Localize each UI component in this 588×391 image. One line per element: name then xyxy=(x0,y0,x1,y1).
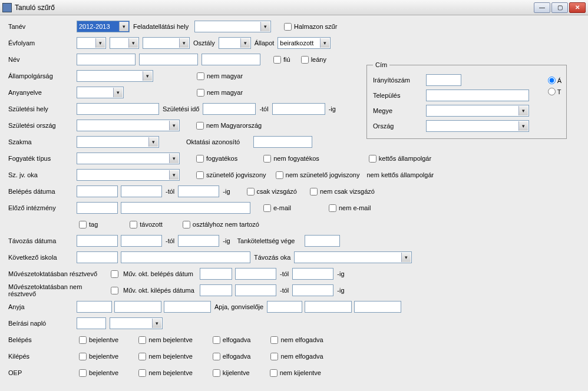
input-oktazon[interactable] xyxy=(253,136,312,148)
chevron-down-icon[interactable] xyxy=(179,38,189,48)
chevron-down-icon[interactable] xyxy=(128,38,138,48)
input-anyja-2[interactable] xyxy=(114,301,161,313)
input-nev-2[interactable] xyxy=(139,54,198,65)
input-muv-kilep-2[interactable] xyxy=(235,284,276,296)
input-tankot[interactable] xyxy=(305,235,340,247)
checkbox-belepes-elf[interactable]: elfogadva xyxy=(210,336,251,344)
input-muv-kilep-3[interactable] xyxy=(292,284,333,296)
input-belepes-2[interactable] xyxy=(121,185,162,197)
select-allampolg[interactable] xyxy=(77,70,153,82)
input-apja-3[interactable] xyxy=(354,301,401,313)
chevron-down-icon[interactable] xyxy=(169,170,179,180)
input-iranyitoszam[interactable] xyxy=(426,74,461,86)
select-feladat[interactable] xyxy=(194,21,271,32)
select-orszag[interactable] xyxy=(426,120,529,132)
input-muv-belep-2[interactable] xyxy=(235,268,276,280)
input-muv-kilep-1[interactable] xyxy=(200,284,232,296)
checkbox-belepes-nembej[interactable]: nem bejelentve xyxy=(136,336,193,344)
select-beirasi[interactable] xyxy=(110,317,163,329)
select-szakma[interactable] xyxy=(77,136,159,148)
chevron-down-icon[interactable] xyxy=(113,88,123,97)
checkbox-fiu[interactable]: fiú xyxy=(271,56,290,64)
chevron-down-icon[interactable] xyxy=(148,137,158,147)
input-tavozas-2[interactable] xyxy=(121,235,162,247)
checkbox-kilepes-elf[interactable]: elfogadva xyxy=(210,353,251,360)
select-megye[interactable] xyxy=(426,105,529,117)
chevron-down-icon[interactable] xyxy=(260,22,270,31)
input-elozo-2[interactable] xyxy=(121,202,250,214)
checkbox-oep-nemkij[interactable]: nem kijelentve xyxy=(267,369,321,377)
checkbox-muv-reszt[interactable] xyxy=(111,270,118,278)
checkbox-nem-fogyatekos[interactable]: nem fogyatékos xyxy=(261,155,319,163)
checkbox-csak-vizsg[interactable]: csak vizsgázó xyxy=(245,188,297,196)
checkbox-nem-magyar-1[interactable]: nem magyar xyxy=(194,72,243,80)
input-anyja-3[interactable] xyxy=(164,301,211,313)
checkbox-nem-csak-vizsg[interactable]: nem csak vizsgázó xyxy=(308,188,375,196)
input-telepules[interactable] xyxy=(426,90,529,101)
checkbox-email[interactable]: e-mail xyxy=(261,204,291,212)
select-fogytipus[interactable] xyxy=(77,153,180,164)
chevron-down-icon[interactable] xyxy=(169,121,179,130)
checkbox-nem-magyar-2[interactable]: nem magyar xyxy=(194,89,243,97)
checkbox-szunetelo[interactable]: szünetelő jogviszony xyxy=(194,171,266,179)
checkbox-nem-email[interactable]: nem e-mail xyxy=(326,204,371,212)
input-apja-1[interactable] xyxy=(267,301,302,313)
select-tavozas-oka[interactable] xyxy=(294,251,412,263)
select-szjvoka[interactable] xyxy=(77,169,180,181)
chevron-down-icon[interactable] xyxy=(320,38,329,48)
chevron-down-icon[interactable] xyxy=(95,38,105,48)
checkbox-tavozott[interactable]: távozott xyxy=(127,221,163,228)
select-anyanyelv[interactable] xyxy=(77,87,124,98)
checkbox-tag[interactable]: tag xyxy=(77,221,98,228)
select-evfolyam-3[interactable] xyxy=(143,37,190,49)
checkbox-fogyatekos[interactable]: fogyatékos xyxy=(194,155,237,163)
input-tavozas-3[interactable] xyxy=(178,235,219,247)
input-muv-belep-1[interactable] xyxy=(200,268,232,280)
chevron-down-icon[interactable] xyxy=(240,38,250,48)
radio-a[interactable]: Á xyxy=(548,77,561,84)
input-muv-belep-3[interactable] xyxy=(292,268,333,280)
radio-t[interactable]: T xyxy=(548,88,561,95)
checkbox-leany[interactable]: leány xyxy=(299,56,326,64)
checkbox-oep-nembej[interactable]: nem bejelentve xyxy=(136,369,193,377)
checkbox-oep-kij[interactable]: kijelentve xyxy=(210,369,250,377)
checkbox-nem-mo[interactable]: nem Magyarország xyxy=(194,122,262,130)
input-belepes-3[interactable] xyxy=(178,185,219,197)
chevron-down-icon[interactable] xyxy=(119,22,128,31)
checkbox-nem-szunetelo[interactable]: nem szünetelő jogviszony xyxy=(273,171,360,179)
chevron-down-icon[interactable] xyxy=(518,106,528,115)
input-nev-3[interactable] xyxy=(201,54,260,65)
chevron-down-icon[interactable] xyxy=(401,253,411,262)
select-evfolyam-1[interactable] xyxy=(77,37,106,49)
input-szulhely[interactable] xyxy=(77,103,159,115)
checkbox-kilepes-nemelf[interactable]: nem elfogadva xyxy=(268,353,323,360)
checkbox-kilepes-nembej[interactable]: nem bejelentve xyxy=(136,353,193,360)
select-allapot[interactable]: beiratkozott xyxy=(278,37,331,49)
input-szulido-ig[interactable] xyxy=(272,103,325,115)
select-osztaly[interactable] xyxy=(219,37,251,49)
checkbox-kilepes-bej[interactable]: bejelentve xyxy=(77,353,118,360)
input-szulido-tol[interactable] xyxy=(203,103,256,115)
chevron-down-icon[interactable] xyxy=(169,154,179,163)
input-belepes-1[interactable] xyxy=(77,185,118,197)
chevron-down-icon[interactable] xyxy=(143,71,152,81)
checkbox-oep-bej[interactable]: bejelentve xyxy=(77,369,118,377)
input-kov-2[interactable] xyxy=(121,251,250,263)
checkbox-kettos[interactable]: kettős állampolgár xyxy=(366,155,431,163)
checkbox-belepes-bej[interactable]: bejelentve xyxy=(77,336,118,344)
chevron-down-icon[interactable] xyxy=(152,319,161,328)
input-beirasi[interactable] xyxy=(77,317,106,329)
input-elozo-1[interactable] xyxy=(77,202,118,214)
checkbox-belepes-nemelf[interactable]: nem elfogadva xyxy=(268,336,323,344)
checkbox-halmazon[interactable]: Halmazon szűr xyxy=(282,23,337,31)
close-button[interactable]: ✕ xyxy=(569,2,586,13)
input-tavozas-1[interactable] xyxy=(77,235,118,247)
select-szulorszag[interactable] xyxy=(77,120,180,131)
chevron-down-icon[interactable] xyxy=(518,121,528,131)
select-evfolyam-2[interactable] xyxy=(110,37,139,49)
input-anyja-1[interactable] xyxy=(77,301,112,313)
input-apja-2[interactable] xyxy=(305,301,352,313)
minimize-button[interactable]: — xyxy=(534,2,550,13)
input-kov-1[interactable] xyxy=(77,251,118,263)
checkbox-osztalyhoz[interactable]: osztályhoz nem tartozó xyxy=(180,221,259,228)
